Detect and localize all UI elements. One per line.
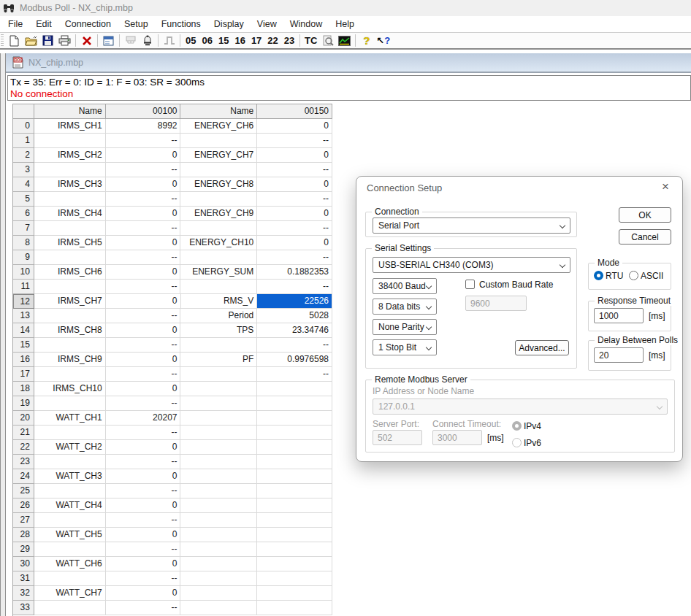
cancel-button[interactable] xyxy=(78,34,95,48)
cell-value[interactable]: -- xyxy=(106,309,181,323)
menu-item-edit[interactable]: Edit xyxy=(29,17,58,31)
row-header[interactable]: 29 xyxy=(13,542,34,557)
row-header[interactable]: 7 xyxy=(13,221,34,236)
baud-rate-dropdown[interactable]: 38400 Baud xyxy=(373,278,437,294)
cell-name[interactable] xyxy=(34,338,106,353)
cell-name[interactable] xyxy=(34,601,106,615)
row-header[interactable]: 8 xyxy=(13,236,34,250)
menu-item-view[interactable]: View xyxy=(251,17,283,31)
cell-name[interactable] xyxy=(180,571,257,586)
row-header[interactable]: 12 xyxy=(13,294,34,309)
cell-name[interactable] xyxy=(180,440,257,455)
cell-value[interactable] xyxy=(257,426,332,440)
cell-name[interactable] xyxy=(180,163,257,177)
open-file-button[interactable] xyxy=(23,34,39,48)
cell-value[interactable]: 0 xyxy=(106,236,181,250)
delay-between-polls-field[interactable]: 20 xyxy=(594,347,644,363)
cell-name[interactable] xyxy=(180,455,257,469)
cell-name[interactable] xyxy=(34,455,106,469)
cell-name[interactable]: IRMS_CH3 xyxy=(34,177,106,192)
grid-column-header[interactable]: 00150 xyxy=(257,104,332,119)
cell-name[interactable]: ENERGY_CH8 xyxy=(180,177,257,192)
row-header[interactable]: 32 xyxy=(13,586,34,601)
cell-name[interactable] xyxy=(180,484,257,498)
cell-name[interactable]: ENERGY_CH6 xyxy=(180,119,257,134)
cell-value[interactable]: 0 xyxy=(106,469,181,484)
dialog-close-icon[interactable]: × xyxy=(658,180,673,194)
cell-value[interactable] xyxy=(257,498,332,513)
connection-type-dropdown[interactable]: Serial Port xyxy=(373,217,570,234)
cell-name[interactable] xyxy=(180,382,257,396)
function-15-button[interactable]: 15 xyxy=(215,35,232,46)
cell-name[interactable] xyxy=(34,221,106,236)
row-header[interactable]: 20 xyxy=(13,411,34,426)
cell-value[interactable]: -- xyxy=(106,513,181,528)
cell-name[interactable]: ENERGY_SUM xyxy=(180,265,257,280)
cell-name[interactable]: IRMS_CH8 xyxy=(34,323,106,338)
cell-value[interactable] xyxy=(257,528,332,542)
cell-value[interactable] xyxy=(257,484,332,498)
selected-cell-value[interactable]: 22526 xyxy=(257,294,332,309)
cell-value[interactable]: 0 xyxy=(257,119,332,134)
cell-value[interactable] xyxy=(257,411,332,426)
print-button[interactable] xyxy=(56,34,73,48)
cell-name[interactable] xyxy=(180,221,257,236)
chart-button[interactable] xyxy=(336,34,353,48)
cell-value[interactable]: 0 xyxy=(106,557,181,571)
cell-name[interactable]: IRMS_CH10 xyxy=(34,382,106,396)
cell-value[interactable]: 0 xyxy=(106,586,181,601)
cell-name[interactable] xyxy=(180,469,257,484)
menu-item-window[interactable]: Window xyxy=(283,17,329,31)
cell-value[interactable]: 0 xyxy=(106,207,181,221)
cell-value[interactable]: 0 xyxy=(257,207,332,221)
cell-name[interactable] xyxy=(180,586,257,601)
row-header[interactable]: 5 xyxy=(13,192,34,207)
serial-port-dropdown[interactable]: USB-SERIAL CH340 (COM3) xyxy=(373,257,570,273)
cell-name[interactable] xyxy=(34,513,106,528)
row-header[interactable]: 18 xyxy=(13,382,34,396)
row-header[interactable]: 19 xyxy=(13,396,34,411)
cell-value[interactable] xyxy=(257,440,332,455)
cell-value[interactable]: -- xyxy=(106,601,181,615)
cell-name[interactable]: ENERGY_CH10 xyxy=(180,236,257,250)
cell-value[interactable]: -- xyxy=(106,367,181,382)
document-window-caption[interactable]: DOC NX_chip.mbp xyxy=(6,53,691,73)
cell-value[interactable]: -- xyxy=(257,280,332,294)
menu-item-file[interactable]: File xyxy=(1,17,29,31)
ok-button[interactable]: OK xyxy=(619,207,671,223)
cell-value[interactable] xyxy=(257,586,332,601)
cell-name[interactable] xyxy=(180,513,257,528)
row-header[interactable]: 16 xyxy=(13,353,34,367)
row-header[interactable]: 30 xyxy=(13,557,34,571)
cell-name[interactable]: WATT_CH5 xyxy=(34,528,106,542)
cell-name[interactable] xyxy=(34,484,106,498)
cell-name[interactable] xyxy=(34,309,106,323)
cell-name[interactable] xyxy=(34,134,106,148)
menu-item-functions[interactable]: Functions xyxy=(155,17,207,31)
setup-window-button[interactable] xyxy=(100,34,117,48)
cell-name[interactable]: IRMS_CH2 xyxy=(34,148,106,163)
row-header[interactable]: 23 xyxy=(13,455,34,469)
row-header[interactable]: 33 xyxy=(13,601,34,615)
cell-value[interactable]: -- xyxy=(106,221,181,236)
cell-name[interactable]: WATT_CH2 xyxy=(34,440,106,455)
function-23-button[interactable]: 23 xyxy=(281,35,297,46)
cell-value[interactable]: 0 xyxy=(106,148,181,163)
cell-name[interactable]: WATT_CH1 xyxy=(34,411,106,426)
cell-value[interactable]: 0 xyxy=(106,528,181,542)
rtu-radio[interactable] xyxy=(594,271,603,280)
row-header[interactable]: 24 xyxy=(13,469,34,484)
function-05-button[interactable]: 05 xyxy=(183,35,199,46)
alarm-bell-button[interactable] xyxy=(139,34,156,48)
cell-value[interactable] xyxy=(257,557,332,571)
cell-name[interactable] xyxy=(34,367,106,382)
cell-value[interactable]: 0 xyxy=(106,177,181,192)
cell-name[interactable] xyxy=(180,396,257,411)
cell-name[interactable]: WATT_CH6 xyxy=(34,557,106,571)
cell-value[interactable] xyxy=(257,455,332,469)
function-06-button[interactable]: 06 xyxy=(199,35,215,46)
data-bits-dropdown[interactable]: 8 Data bits xyxy=(373,299,437,315)
cell-value[interactable]: -- xyxy=(257,134,332,148)
help-button[interactable]: ? xyxy=(358,34,375,48)
cell-value[interactable]: 0 xyxy=(106,353,181,367)
